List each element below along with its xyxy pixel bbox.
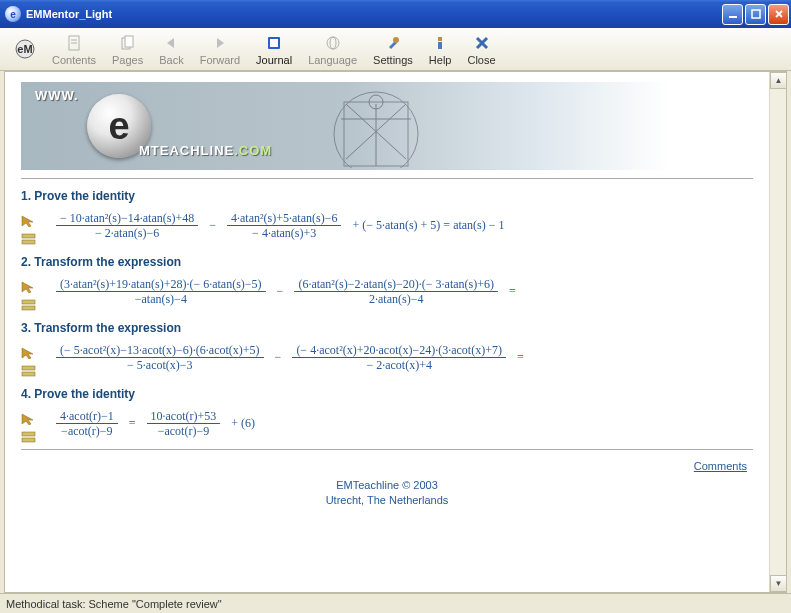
svg-rect-0 <box>729 16 737 18</box>
location-line: Utrecht, The Netherlands <box>21 493 753 508</box>
close-icon <box>774 9 784 19</box>
problem-expand-button[interactable] <box>21 365 39 377</box>
svg-rect-19 <box>438 42 442 49</box>
toolbar-forward[interactable]: Forward <box>192 31 248 68</box>
toolbar-help[interactable]: Help <box>421 31 460 68</box>
banner-brand: MTEACHLINE.COM <box>139 143 272 158</box>
journal-icon <box>266 33 282 53</box>
svg-point-15 <box>327 37 339 49</box>
svg-marker-35 <box>22 348 33 359</box>
pointer-icon <box>21 413 39 425</box>
problem-expand-button[interactable] <box>21 431 39 443</box>
expand-icon <box>21 233 39 245</box>
svg-rect-10 <box>125 36 133 47</box>
window-title: EMMentor_Light <box>26 8 112 20</box>
problem-row: (− 5·acot²(x)−13·acot(x)−6)·(6·acot(x)+5… <box>21 343 753 377</box>
toolbar-label: Back <box>159 54 183 66</box>
toolbar-journal[interactable]: Journal <box>248 31 300 68</box>
problem-equation: (3·atan²(s)+19·atan(s)+28)·(− 6·atan(s)−… <box>53 277 520 306</box>
svg-marker-38 <box>22 414 33 425</box>
svg-rect-39 <box>22 432 35 436</box>
toolbar-close[interactable]: Close <box>459 31 503 68</box>
problem-equation: 4·acot(r)−1−acot(r)−9=10·acot(r)+53−acot… <box>53 409 259 438</box>
operator: − <box>205 218 220 233</box>
problem-select-button[interactable] <box>21 215 39 227</box>
toolbar-label: Forward <box>200 54 240 66</box>
problem-expand-button[interactable] <box>21 299 39 311</box>
scroll-down-button[interactable]: ▼ <box>770 575 787 592</box>
fraction-denominator: − 2·acot(x)+4 <box>362 358 436 372</box>
toolbar-settings[interactable]: Settings <box>365 31 421 68</box>
problem-row: − 10·atan²(s)−14·atan(s)+48− 2·atan(s)−6… <box>21 211 753 245</box>
fraction-numerator: 10·acot(r)+53 <box>147 409 221 423</box>
problem-row: 4·acot(r)−1−acot(r)−9=10·acot(r)+53−acot… <box>21 409 753 443</box>
fraction-numerator: 4·atan²(s)+5·atan(s)−6 <box>227 211 341 225</box>
pointer-icon <box>21 281 39 293</box>
maximize-button[interactable] <box>745 4 766 25</box>
problem-actions <box>21 277 43 311</box>
fraction-numerator: (− 5·acot²(x)−13·acot(x)−6)·(6·acot(x)+5… <box>56 343 264 357</box>
operator: − <box>271 350 286 365</box>
toolbar-contents[interactable]: Contents <box>44 31 104 68</box>
banner-www: WWW. <box>35 88 79 103</box>
pointer-icon <box>21 347 39 359</box>
svg-point-17 <box>393 37 399 43</box>
header-banner: WWW. e MTEACHLINE.COM <box>21 82 671 170</box>
minimize-button[interactable] <box>722 4 743 25</box>
fraction-denominator: − 2·atan(s)−6 <box>91 226 163 240</box>
operator: − <box>273 284 288 299</box>
settings-icon <box>385 33 401 53</box>
back-icon <box>164 33 178 53</box>
expand-icon <box>21 431 39 443</box>
app-icon: e <box>5 6 21 22</box>
vertical-scrollbar[interactable]: ▲ ▼ <box>769 72 786 592</box>
fraction-denominator: −acot(r)−9 <box>154 424 214 438</box>
comments-link[interactable]: Comments <box>694 460 747 472</box>
svg-rect-34 <box>22 306 35 310</box>
scroll-up-button[interactable]: ▲ <box>770 72 787 89</box>
svg-rect-14 <box>270 39 278 47</box>
close-tool-icon <box>475 33 489 53</box>
close-window-button[interactable] <box>768 4 789 25</box>
problem-select-button[interactable] <box>21 413 39 425</box>
logo-icon: eM <box>14 39 36 59</box>
svg-rect-36 <box>22 366 35 370</box>
toolbar-language[interactable]: Language <box>300 31 365 68</box>
svg-rect-40 <box>22 438 35 442</box>
pointer-icon <box>21 215 39 227</box>
problem-select-button[interactable] <box>21 281 39 293</box>
fraction-denominator: −acot(r)−9 <box>57 424 117 438</box>
svg-marker-32 <box>22 282 33 293</box>
svg-rect-1 <box>752 10 760 18</box>
problem-heading: 3. Transform the expression <box>21 321 753 335</box>
toolbar-label: Close <box>467 54 495 66</box>
fraction-denominator: − 4·atan(s)+3 <box>248 226 320 240</box>
divider <box>21 449 753 450</box>
titlebar: e EMMentor_Light <box>0 0 791 28</box>
problem-block: 1. Prove the identity− 10·atan²(s)−14·at… <box>21 189 753 245</box>
statusbar: Methodical task: Scheme "Complete review… <box>0 593 791 613</box>
problem-expand-button[interactable] <box>21 233 39 245</box>
fraction-denominator: 2·atan(s)−4 <box>365 292 427 306</box>
footer-links: Comments <box>21 460 753 472</box>
window-controls <box>722 4 789 25</box>
problem-row: (3·atan²(s)+19·atan(s)+28)·(− 6·atan(s)−… <box>21 277 753 311</box>
problem-equation: − 10·atan²(s)−14·atan(s)+48− 2·atan(s)−6… <box>53 211 509 240</box>
svg-rect-37 <box>22 372 35 376</box>
svg-rect-18 <box>438 37 442 41</box>
fraction-numerator: (6·atan²(s)−2·atan(s)−20)·(− 3·atan(s)+6… <box>294 277 498 291</box>
problem-equation: (− 5·acot²(x)−13·acot(x)−6)·(6·acot(x)+5… <box>53 343 528 372</box>
equation-tail: = <box>513 350 528 365</box>
problem-select-button[interactable] <box>21 347 39 359</box>
problem-block: 3. Transform the expression(− 5·acot²(x)… <box>21 321 753 377</box>
toolbar-back[interactable]: Back <box>151 31 191 68</box>
language-icon <box>325 33 341 53</box>
help-icon <box>432 33 448 53</box>
svg-rect-30 <box>22 234 35 238</box>
forward-icon <box>213 33 227 53</box>
toolbar-pages[interactable]: Pages <box>104 31 151 68</box>
expand-icon <box>21 299 39 311</box>
toolbar: eM Contents Pages Back Forward Journal L… <box>0 28 791 71</box>
toolbar-label: Help <box>429 54 452 66</box>
status-text: Methodical task: Scheme "Complete review… <box>6 598 222 610</box>
